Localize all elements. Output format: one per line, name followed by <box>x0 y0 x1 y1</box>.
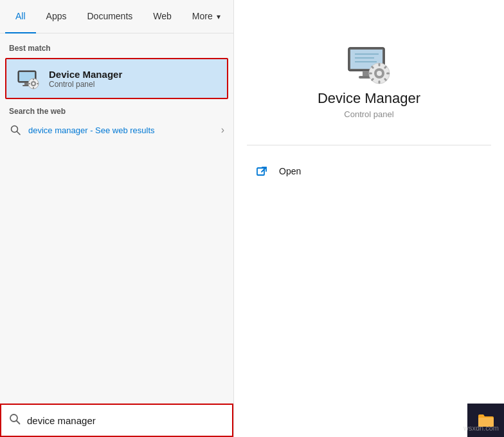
nav-tabs: All Apps Documents Web More ··· <box>0 0 233 33</box>
content-area: Best match <box>0 33 233 404</box>
best-match-text: Device Manager Control panel <box>49 69 122 89</box>
search-bar-icon <box>9 413 21 427</box>
detail-app-subtitle: Control panel <box>344 109 393 119</box>
svg-rect-28 <box>369 73 372 75</box>
best-match-device-manager[interactable]: Device Manager Control panel <box>5 58 228 99</box>
web-search-section: Search the web device manager - See web … <box>0 103 233 142</box>
best-match-label: Best match <box>0 40 233 55</box>
best-match-subtitle: Control panel <box>49 80 122 89</box>
tab-documents[interactable]: Documents <box>76 0 143 33</box>
svg-rect-9 <box>33 87 34 89</box>
svg-rect-26 <box>379 63 381 66</box>
best-match-title: Device Manager <box>49 69 122 80</box>
search-input-bar <box>0 404 233 437</box>
watermark: wsxdn.com <box>464 424 499 432</box>
web-search-query-text: device manager - See web results <box>28 126 155 135</box>
detail-icon-area: Device Manager Control panel <box>318 39 420 119</box>
web-search-arrow-icon: › <box>221 124 224 136</box>
svg-rect-34 <box>257 168 264 175</box>
detail-action-open[interactable]: Open <box>247 158 491 184</box>
search-icon <box>9 124 22 136</box>
web-search-label: Search the web <box>0 103 233 118</box>
svg-rect-11 <box>37 83 39 84</box>
svg-line-15 <box>17 421 20 424</box>
device-manager-icon-large <box>343 39 395 90</box>
svg-point-25 <box>377 71 382 76</box>
svg-rect-29 <box>386 73 390 75</box>
chevron-down-icon <box>215 11 221 21</box>
taskbar: W ⚙ µ 🖥 <box>467 404 504 437</box>
svg-rect-10 <box>28 83 30 84</box>
tab-more[interactable]: More <box>182 0 231 33</box>
tab-web[interactable]: Web <box>143 0 182 33</box>
svg-rect-8 <box>33 79 34 80</box>
detail-app-name: Device Manager <box>318 90 420 107</box>
svg-line-13 <box>17 132 21 135</box>
web-search-item[interactable]: device manager - See web results › <box>0 118 233 142</box>
tab-apps[interactable]: Apps <box>36 0 77 33</box>
detail-divider <box>247 145 491 145</box>
open-icon <box>255 163 270 179</box>
device-manager-icon-small <box>15 66 41 91</box>
tab-all[interactable]: All <box>5 0 36 33</box>
search-input[interactable] <box>27 415 224 426</box>
search-panel: All Apps Documents Web More ··· <box>0 0 233 437</box>
svg-rect-27 <box>379 80 381 84</box>
svg-point-7 <box>32 82 35 85</box>
open-label: Open <box>279 166 301 176</box>
detail-panel: Device Manager Control panel Open <box>233 0 504 437</box>
